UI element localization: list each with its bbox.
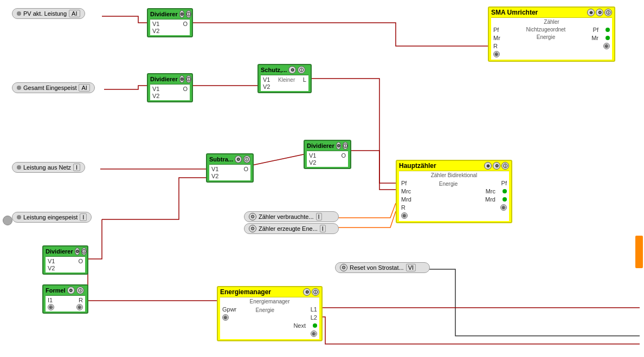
settings-icon[interactable]: ⚙ bbox=[235, 155, 242, 163]
port-dot bbox=[17, 215, 21, 219]
input-gesamt-badge: AI bbox=[79, 84, 89, 92]
node-formel-row-plus: ⊕ ⊕ bbox=[48, 304, 83, 310]
input-zähler-verb-label: Zähler verbrauchte... bbox=[259, 213, 314, 220]
haupt-section-label: Zähler Bidirektional bbox=[401, 172, 507, 178]
sma-row-pf-r: Pf bbox=[593, 27, 610, 33]
sma-row-r: R bbox=[493, 43, 500, 49]
node-energiemanager[interactable]: Energiemanager ⚙ ⓘ Energiemanager Gpwr ⊕… bbox=[217, 286, 323, 341]
settings-icon[interactable]: ⚙ bbox=[67, 287, 75, 294]
plus-btn[interactable]: ⊕ bbox=[401, 212, 408, 219]
node-subtra-body: V1 O V2 bbox=[209, 164, 250, 180]
input-zähler-erz-badge: I bbox=[320, 225, 326, 232]
node-divider3[interactable]: Dividierer ⚙ ⓘ V1 O V2 bbox=[304, 140, 351, 169]
node-formel[interactable]: Formel ⚙ ⓘ I1 R ⊕ ⊕ bbox=[42, 284, 88, 314]
settings-icon[interactable]: ⚙ bbox=[336, 142, 341, 150]
energie-row-l1: L1 bbox=[311, 306, 317, 313]
settings-icon[interactable]: ⚙ bbox=[303, 288, 311, 296]
settings-icon-small[interactable]: ⚙ bbox=[249, 225, 256, 232]
info-icon[interactable]: ⓘ bbox=[243, 155, 250, 163]
input-reset-badge: VI bbox=[406, 264, 416, 271]
info-icon[interactable]: ⓘ bbox=[501, 162, 509, 170]
input-leistung-netz-badge: I bbox=[73, 164, 80, 171]
input-leistung-ein[interactable]: Leistung eingespeist I bbox=[12, 212, 92, 223]
settings-icon-small[interactable]: ⚙ bbox=[249, 213, 256, 220]
haupt-row-pf: Pf bbox=[401, 180, 411, 186]
input-pv[interactable]: PV akt. Leistung AI bbox=[12, 8, 85, 19]
node-formel-row-i1: I1 R bbox=[48, 297, 83, 303]
info-icon[interactable]: ⓘ bbox=[81, 248, 87, 255]
port-dot bbox=[17, 165, 21, 170]
plus-btn-left[interactable]: ⊕ bbox=[48, 304, 54, 310]
node-divider3-row-v1: V1 O bbox=[309, 152, 346, 159]
haupt-row-pf-r: Pf bbox=[501, 180, 507, 186]
node-hauptzähler[interactable]: Hauptzähler ⊕ ⚙ ⓘ Zähler Bidirektional P… bbox=[396, 160, 512, 223]
node-divider2-title: Dividierer ⚙ ⓘ bbox=[150, 75, 190, 84]
node-divider2-row-v2: V2 bbox=[152, 93, 188, 99]
info-icon[interactable]: ⓘ bbox=[298, 66, 305, 74]
sma-section-label: Zähler bbox=[493, 19, 610, 25]
input-leistung-netz[interactable]: Leistung aus Netz I bbox=[12, 162, 85, 173]
settings-icon[interactable]: ⚙ bbox=[179, 75, 184, 83]
energie-row-next: Next bbox=[293, 322, 317, 329]
node-formel-title: Formel ⚙ ⓘ bbox=[46, 287, 85, 295]
info-icon[interactable]: ⓘ bbox=[76, 287, 84, 294]
info-icon[interactable]: ⓘ bbox=[604, 9, 612, 16]
info-icon[interactable]: ⓘ bbox=[312, 288, 319, 296]
input-zähler-verb[interactable]: ⚙ Zähler verbrauchte... I bbox=[244, 211, 339, 222]
plus-icon[interactable]: ⊕ bbox=[484, 162, 492, 170]
plus-icon[interactable]: ⊕ bbox=[587, 9, 595, 16]
plus-btn-r[interactable]: ⊕ bbox=[603, 43, 610, 49]
input-zähler-erz-label: Zähler erzeugte Ene... bbox=[259, 225, 318, 232]
node-divider1-title: Dividierer ⚙ ⓘ bbox=[150, 10, 190, 19]
input-gesamt[interactable]: Gesamt Eingespeist AI bbox=[12, 82, 95, 93]
input-zähler-erz[interactable]: ⚙ Zähler erzeugte Ene... I bbox=[244, 223, 339, 234]
info-icon[interactable]: ⓘ bbox=[186, 75, 191, 83]
settings-icon[interactable]: ⚙ bbox=[493, 162, 500, 170]
haupt-row-plus-r: ⊕ bbox=[500, 204, 507, 211]
input-pv-badge: AI bbox=[69, 10, 80, 17]
node-divider2[interactable]: Dividierer ⚙ ⓘ V1 O V2 bbox=[147, 73, 193, 102]
haupt-row-mrc: Mrc bbox=[401, 188, 411, 194]
node-schutz[interactable]: Schutz,... ⚙ ⓘ V1 Kleiner L V2 bbox=[257, 64, 312, 93]
node-hauptzähler-title: Hauptzähler ⊕ ⚙ ⓘ bbox=[399, 162, 509, 171]
node-schutz-row-v2: V2 bbox=[263, 83, 306, 90]
node-divider4[interactable]: Dividierer ⚙ ⓘ V1 O V2 bbox=[42, 245, 88, 275]
haupt-row-plus: ⊕ bbox=[401, 212, 411, 219]
node-subtra-row-v1: V1 O bbox=[211, 166, 248, 172]
input-gesamt-label: Gesamt Eingespeist bbox=[23, 85, 76, 91]
settings-icon-small[interactable]: ⚙ bbox=[340, 264, 347, 271]
right-edge-indicator bbox=[635, 236, 643, 268]
plus-btn-r[interactable]: ⊕ bbox=[500, 204, 507, 211]
energie-row-gpwr: Gpwr bbox=[222, 306, 236, 313]
input-leistung-netz-label: Leistung aus Netz bbox=[23, 164, 71, 171]
port-dot-green bbox=[503, 197, 507, 202]
node-divider1[interactable]: Dividierer ⚙ ⓘ V1 O V2 bbox=[147, 8, 193, 37]
node-subtra[interactable]: Subtra... ⚙ ⓘ V1 O V2 bbox=[206, 153, 254, 183]
plus-btn[interactable]: ⊕ bbox=[493, 51, 500, 57]
sma-row-plus-r: ⊕ bbox=[603, 43, 610, 49]
node-divider2-row-v1: V1 O bbox=[152, 86, 188, 92]
node-schutz-title: Schutz,... ⚙ ⓘ bbox=[261, 66, 308, 75]
plus-btn-right[interactable]: ⊕ bbox=[76, 304, 83, 310]
haupt-row-mrc-r: Mrc bbox=[486, 188, 507, 194]
plus-btn-r[interactable]: ⊕ bbox=[311, 330, 317, 337]
info-icon[interactable]: ⓘ bbox=[343, 142, 348, 150]
input-zähler-verb-badge: I bbox=[316, 213, 322, 220]
settings-icon[interactable]: ⚙ bbox=[288, 66, 296, 74]
port-dot-green bbox=[606, 36, 610, 40]
haupt-row-mrd: Mrd bbox=[401, 196, 411, 203]
input-reset-label: Reset von Strostat... bbox=[350, 264, 404, 271]
canvas: PV akt. Leistung AI Gesamt Eingespeist A… bbox=[0, 0, 644, 357]
node-divider3-body: V1 O V2 bbox=[307, 151, 348, 167]
node-subtra-title: Subtra... ⚙ ⓘ bbox=[209, 155, 250, 164]
plus-btn-l[interactable]: ⊕ bbox=[222, 314, 229, 321]
node-energiemanager-body: Energiemanager Gpwr ⊕ Energie L1 bbox=[220, 297, 319, 339]
input-reset[interactable]: ⚙ Reset von Strostat... VI bbox=[335, 262, 430, 273]
settings-icon[interactable]: ⚙ bbox=[596, 9, 603, 16]
node-sma[interactable]: SMA Umrichter ⊕ ⚙ ⓘ Zähler Pf Mr R bbox=[488, 7, 615, 62]
node-hauptzähler-body: Zähler Bidirektional Pf Mrc Mrd R bbox=[399, 171, 509, 221]
info-icon[interactable]: ⓘ bbox=[186, 10, 191, 18]
node-divider3-title: Dividierer ⚙ ⓘ bbox=[307, 142, 348, 151]
settings-icon[interactable]: ⚙ bbox=[179, 10, 184, 18]
settings-icon[interactable]: ⚙ bbox=[75, 248, 80, 255]
